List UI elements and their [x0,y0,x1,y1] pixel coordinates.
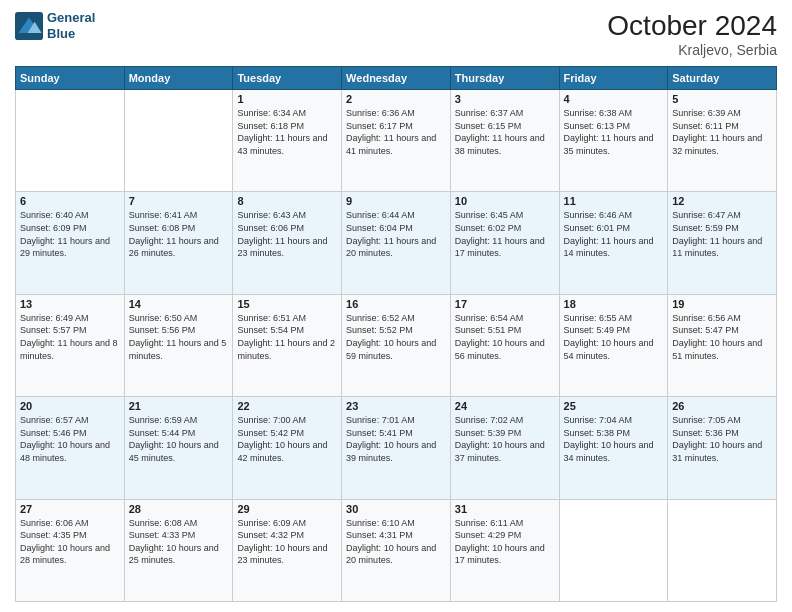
day-cell: 3Sunrise: 6:37 AMSunset: 6:15 PMDaylight… [450,90,559,192]
day-cell: 14Sunrise: 6:50 AMSunset: 5:56 PMDayligh… [124,294,233,396]
day-cell: 29Sunrise: 6:09 AMSunset: 4:32 PMDayligh… [233,499,342,601]
day-cell: 6Sunrise: 6:40 AMSunset: 6:09 PMDaylight… [16,192,125,294]
day-number: 23 [346,400,446,412]
day-number: 8 [237,195,337,207]
day-cell: 24Sunrise: 7:02 AMSunset: 5:39 PMDayligh… [450,397,559,499]
week-row-2: 6Sunrise: 6:40 AMSunset: 6:09 PMDaylight… [16,192,777,294]
weekday-header-sunday: Sunday [16,67,125,90]
day-info: Sunrise: 6:49 AMSunset: 5:57 PMDaylight:… [20,312,120,362]
day-cell: 16Sunrise: 6:52 AMSunset: 5:52 PMDayligh… [342,294,451,396]
day-cell: 28Sunrise: 6:08 AMSunset: 4:33 PMDayligh… [124,499,233,601]
day-cell: 10Sunrise: 6:45 AMSunset: 6:02 PMDayligh… [450,192,559,294]
day-number: 17 [455,298,555,310]
day-cell [124,90,233,192]
day-cell [559,499,668,601]
day-cell: 5Sunrise: 6:39 AMSunset: 6:11 PMDaylight… [668,90,777,192]
week-row-1: 1Sunrise: 6:34 AMSunset: 6:18 PMDaylight… [16,90,777,192]
day-cell: 15Sunrise: 6:51 AMSunset: 5:54 PMDayligh… [233,294,342,396]
day-cell: 23Sunrise: 7:01 AMSunset: 5:41 PMDayligh… [342,397,451,499]
logo: General Blue [15,10,95,41]
day-info: Sunrise: 7:05 AMSunset: 5:36 PMDaylight:… [672,414,772,464]
weekday-header-monday: Monday [124,67,233,90]
day-number: 11 [564,195,664,207]
day-cell: 21Sunrise: 6:59 AMSunset: 5:44 PMDayligh… [124,397,233,499]
day-info: Sunrise: 6:56 AMSunset: 5:47 PMDaylight:… [672,312,772,362]
day-info: Sunrise: 6:41 AMSunset: 6:08 PMDaylight:… [129,209,229,259]
day-info: Sunrise: 6:40 AMSunset: 6:09 PMDaylight:… [20,209,120,259]
day-cell: 18Sunrise: 6:55 AMSunset: 5:49 PMDayligh… [559,294,668,396]
day-cell: 8Sunrise: 6:43 AMSunset: 6:06 PMDaylight… [233,192,342,294]
day-info: Sunrise: 6:11 AMSunset: 4:29 PMDaylight:… [455,517,555,567]
day-number: 30 [346,503,446,515]
day-cell: 1Sunrise: 6:34 AMSunset: 6:18 PMDaylight… [233,90,342,192]
day-cell: 22Sunrise: 7:00 AMSunset: 5:42 PMDayligh… [233,397,342,499]
day-info: Sunrise: 6:47 AMSunset: 5:59 PMDaylight:… [672,209,772,259]
day-cell: 31Sunrise: 6:11 AMSunset: 4:29 PMDayligh… [450,499,559,601]
day-number: 1 [237,93,337,105]
day-number: 18 [564,298,664,310]
day-info: Sunrise: 7:02 AMSunset: 5:39 PMDaylight:… [455,414,555,464]
weekday-header-thursday: Thursday [450,67,559,90]
day-number: 21 [129,400,229,412]
day-number: 12 [672,195,772,207]
day-number: 4 [564,93,664,105]
day-number: 20 [20,400,120,412]
day-cell: 25Sunrise: 7:04 AMSunset: 5:38 PMDayligh… [559,397,668,499]
day-info: Sunrise: 6:34 AMSunset: 6:18 PMDaylight:… [237,107,337,157]
calendar-table: SundayMondayTuesdayWednesdayThursdayFrid… [15,66,777,602]
weekday-header-tuesday: Tuesday [233,67,342,90]
day-number: 6 [20,195,120,207]
day-number: 26 [672,400,772,412]
day-number: 25 [564,400,664,412]
day-cell: 12Sunrise: 6:47 AMSunset: 5:59 PMDayligh… [668,192,777,294]
day-cell [16,90,125,192]
day-info: Sunrise: 6:06 AMSunset: 4:35 PMDaylight:… [20,517,120,567]
day-info: Sunrise: 6:08 AMSunset: 4:33 PMDaylight:… [129,517,229,567]
day-number: 7 [129,195,229,207]
day-number: 27 [20,503,120,515]
day-cell: 30Sunrise: 6:10 AMSunset: 4:31 PMDayligh… [342,499,451,601]
week-row-4: 20Sunrise: 6:57 AMSunset: 5:46 PMDayligh… [16,397,777,499]
weekday-header-friday: Friday [559,67,668,90]
day-info: Sunrise: 6:57 AMSunset: 5:46 PMDaylight:… [20,414,120,464]
page-header: General Blue October 2024 Kraljevo, Serb… [15,10,777,58]
day-number: 29 [237,503,337,515]
weekday-header-saturday: Saturday [668,67,777,90]
day-info: Sunrise: 6:50 AMSunset: 5:56 PMDaylight:… [129,312,229,362]
day-number: 5 [672,93,772,105]
day-info: Sunrise: 6:45 AMSunset: 6:02 PMDaylight:… [455,209,555,259]
main-title: October 2024 [607,10,777,42]
day-info: Sunrise: 7:01 AMSunset: 5:41 PMDaylight:… [346,414,446,464]
day-cell: 13Sunrise: 6:49 AMSunset: 5:57 PMDayligh… [16,294,125,396]
day-number: 22 [237,400,337,412]
day-info: Sunrise: 6:54 AMSunset: 5:51 PMDaylight:… [455,312,555,362]
day-info: Sunrise: 6:44 AMSunset: 6:04 PMDaylight:… [346,209,446,259]
day-cell: 27Sunrise: 6:06 AMSunset: 4:35 PMDayligh… [16,499,125,601]
day-number: 9 [346,195,446,207]
day-info: Sunrise: 7:04 AMSunset: 5:38 PMDaylight:… [564,414,664,464]
day-number: 13 [20,298,120,310]
day-number: 31 [455,503,555,515]
day-cell: 20Sunrise: 6:57 AMSunset: 5:46 PMDayligh… [16,397,125,499]
day-info: Sunrise: 6:38 AMSunset: 6:13 PMDaylight:… [564,107,664,157]
day-info: Sunrise: 7:00 AMSunset: 5:42 PMDaylight:… [237,414,337,464]
day-cell: 9Sunrise: 6:44 AMSunset: 6:04 PMDaylight… [342,192,451,294]
day-cell: 2Sunrise: 6:36 AMSunset: 6:17 PMDaylight… [342,90,451,192]
day-number: 19 [672,298,772,310]
title-block: October 2024 Kraljevo, Serbia [607,10,777,58]
day-number: 24 [455,400,555,412]
logo-icon [15,12,43,40]
calendar-body: 1Sunrise: 6:34 AMSunset: 6:18 PMDaylight… [16,90,777,602]
day-number: 14 [129,298,229,310]
calendar-page: General Blue October 2024 Kraljevo, Serb… [0,0,792,612]
day-info: Sunrise: 6:09 AMSunset: 4:32 PMDaylight:… [237,517,337,567]
day-number: 15 [237,298,337,310]
day-info: Sunrise: 6:37 AMSunset: 6:15 PMDaylight:… [455,107,555,157]
day-info: Sunrise: 6:10 AMSunset: 4:31 PMDaylight:… [346,517,446,567]
day-number: 10 [455,195,555,207]
day-cell: 17Sunrise: 6:54 AMSunset: 5:51 PMDayligh… [450,294,559,396]
day-info: Sunrise: 6:51 AMSunset: 5:54 PMDaylight:… [237,312,337,362]
weekday-header-wednesday: Wednesday [342,67,451,90]
day-number: 28 [129,503,229,515]
subtitle: Kraljevo, Serbia [607,42,777,58]
